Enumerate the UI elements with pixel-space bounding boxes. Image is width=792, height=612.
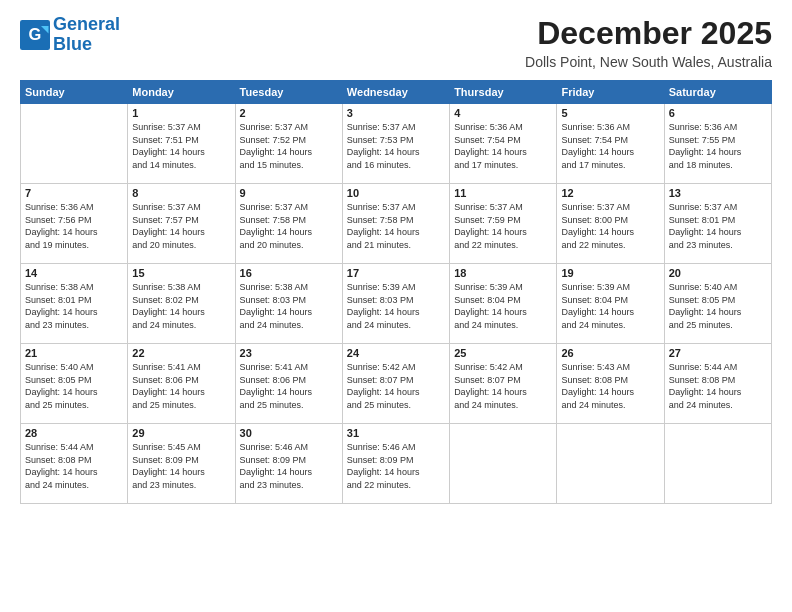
calendar-cell-w3-d3: 17Sunrise: 5:39 AMSunset: 8:03 PMDayligh…: [342, 264, 449, 344]
day-info: Sunrise: 5:40 AMSunset: 8:05 PMDaylight:…: [25, 361, 123, 411]
calendar-cell-w2-d6: 13Sunrise: 5:37 AMSunset: 8:01 PMDayligh…: [664, 184, 771, 264]
day-number: 19: [561, 267, 659, 279]
day-number: 22: [132, 347, 230, 359]
page: G General Blue December 2025 Dolls Point…: [0, 0, 792, 612]
day-number: 20: [669, 267, 767, 279]
calendar-cell-w3-d4: 18Sunrise: 5:39 AMSunset: 8:04 PMDayligh…: [450, 264, 557, 344]
day-info: Sunrise: 5:46 AMSunset: 8:09 PMDaylight:…: [347, 441, 445, 491]
calendar-cell-w3-d1: 15Sunrise: 5:38 AMSunset: 8:02 PMDayligh…: [128, 264, 235, 344]
day-number: 18: [454, 267, 552, 279]
calendar-cell-w1-d0: [21, 104, 128, 184]
day-info: Sunrise: 5:40 AMSunset: 8:05 PMDaylight:…: [669, 281, 767, 331]
day-number: 31: [347, 427, 445, 439]
calendar-cell-w4-d3: 24Sunrise: 5:42 AMSunset: 8:07 PMDayligh…: [342, 344, 449, 424]
calendar-cell-w5-d6: [664, 424, 771, 504]
day-number: 6: [669, 107, 767, 119]
day-number: 13: [669, 187, 767, 199]
calendar-cell-w5-d2: 30Sunrise: 5:46 AMSunset: 8:09 PMDayligh…: [235, 424, 342, 504]
day-info: Sunrise: 5:37 AMSunset: 7:59 PMDaylight:…: [454, 201, 552, 251]
day-number: 10: [347, 187, 445, 199]
logo-line1: General: [53, 14, 120, 34]
calendar-cell-w4-d5: 26Sunrise: 5:43 AMSunset: 8:08 PMDayligh…: [557, 344, 664, 424]
calendar-cell-w5-d4: [450, 424, 557, 504]
day-number: 16: [240, 267, 338, 279]
day-number: 27: [669, 347, 767, 359]
day-info: Sunrise: 5:43 AMSunset: 8:08 PMDaylight:…: [561, 361, 659, 411]
calendar: Sunday Monday Tuesday Wednesday Thursday…: [20, 80, 772, 504]
calendar-cell-w2-d5: 12Sunrise: 5:37 AMSunset: 8:00 PMDayligh…: [557, 184, 664, 264]
calendar-cell-w2-d4: 11Sunrise: 5:37 AMSunset: 7:59 PMDayligh…: [450, 184, 557, 264]
day-info: Sunrise: 5:37 AMSunset: 7:53 PMDaylight:…: [347, 121, 445, 171]
week-row-4: 21Sunrise: 5:40 AMSunset: 8:05 PMDayligh…: [21, 344, 772, 424]
header-monday: Monday: [128, 81, 235, 104]
logo-text: General Blue: [53, 15, 120, 55]
day-info: Sunrise: 5:38 AMSunset: 8:01 PMDaylight:…: [25, 281, 123, 331]
day-info: Sunrise: 5:39 AMSunset: 8:03 PMDaylight:…: [347, 281, 445, 331]
day-number: 12: [561, 187, 659, 199]
week-row-5: 28Sunrise: 5:44 AMSunset: 8:08 PMDayligh…: [21, 424, 772, 504]
day-info: Sunrise: 5:46 AMSunset: 8:09 PMDaylight:…: [240, 441, 338, 491]
day-number: 15: [132, 267, 230, 279]
day-info: Sunrise: 5:39 AMSunset: 8:04 PMDaylight:…: [561, 281, 659, 331]
day-info: Sunrise: 5:37 AMSunset: 8:00 PMDaylight:…: [561, 201, 659, 251]
calendar-cell-w1-d2: 2Sunrise: 5:37 AMSunset: 7:52 PMDaylight…: [235, 104, 342, 184]
day-info: Sunrise: 5:36 AMSunset: 7:55 PMDaylight:…: [669, 121, 767, 171]
calendar-cell-w1-d4: 4Sunrise: 5:36 AMSunset: 7:54 PMDaylight…: [450, 104, 557, 184]
calendar-cell-w2-d3: 10Sunrise: 5:37 AMSunset: 7:58 PMDayligh…: [342, 184, 449, 264]
day-info: Sunrise: 5:38 AMSunset: 8:03 PMDaylight:…: [240, 281, 338, 331]
header-tuesday: Tuesday: [235, 81, 342, 104]
header-sunday: Sunday: [21, 81, 128, 104]
calendar-cell-w4-d2: 23Sunrise: 5:41 AMSunset: 8:06 PMDayligh…: [235, 344, 342, 424]
day-number: 1: [132, 107, 230, 119]
day-info: Sunrise: 5:44 AMSunset: 8:08 PMDaylight:…: [669, 361, 767, 411]
day-info: Sunrise: 5:37 AMSunset: 7:51 PMDaylight:…: [132, 121, 230, 171]
day-number: 21: [25, 347, 123, 359]
calendar-cell-w2-d1: 8Sunrise: 5:37 AMSunset: 7:57 PMDaylight…: [128, 184, 235, 264]
calendar-cell-w2-d2: 9Sunrise: 5:37 AMSunset: 7:58 PMDaylight…: [235, 184, 342, 264]
day-number: 8: [132, 187, 230, 199]
day-number: 24: [347, 347, 445, 359]
day-number: 9: [240, 187, 338, 199]
calendar-cell-w1-d5: 5Sunrise: 5:36 AMSunset: 7:54 PMDaylight…: [557, 104, 664, 184]
calendar-cell-w4-d1: 22Sunrise: 5:41 AMSunset: 8:06 PMDayligh…: [128, 344, 235, 424]
calendar-cell-w4-d0: 21Sunrise: 5:40 AMSunset: 8:05 PMDayligh…: [21, 344, 128, 424]
calendar-cell-w3-d0: 14Sunrise: 5:38 AMSunset: 8:01 PMDayligh…: [21, 264, 128, 344]
calendar-header-row: Sunday Monday Tuesday Wednesday Thursday…: [21, 81, 772, 104]
title-area: December 2025 Dolls Point, New South Wal…: [525, 15, 772, 70]
day-info: Sunrise: 5:37 AMSunset: 7:58 PMDaylight:…: [347, 201, 445, 251]
day-info: Sunrise: 5:37 AMSunset: 8:01 PMDaylight:…: [669, 201, 767, 251]
day-number: 29: [132, 427, 230, 439]
calendar-cell-w1-d1: 1Sunrise: 5:37 AMSunset: 7:51 PMDaylight…: [128, 104, 235, 184]
day-info: Sunrise: 5:37 AMSunset: 7:57 PMDaylight:…: [132, 201, 230, 251]
day-number: 3: [347, 107, 445, 119]
day-info: Sunrise: 5:37 AMSunset: 7:58 PMDaylight:…: [240, 201, 338, 251]
day-info: Sunrise: 5:42 AMSunset: 8:07 PMDaylight:…: [347, 361, 445, 411]
day-number: 30: [240, 427, 338, 439]
header-wednesday: Wednesday: [342, 81, 449, 104]
calendar-cell-w5-d3: 31Sunrise: 5:46 AMSunset: 8:09 PMDayligh…: [342, 424, 449, 504]
day-number: 26: [561, 347, 659, 359]
header-friday: Friday: [557, 81, 664, 104]
day-number: 17: [347, 267, 445, 279]
calendar-cell-w2-d0: 7Sunrise: 5:36 AMSunset: 7:56 PMDaylight…: [21, 184, 128, 264]
calendar-cell-w4-d4: 25Sunrise: 5:42 AMSunset: 8:07 PMDayligh…: [450, 344, 557, 424]
logo-line2: Blue: [53, 34, 92, 54]
day-number: 2: [240, 107, 338, 119]
day-number: 7: [25, 187, 123, 199]
day-number: 25: [454, 347, 552, 359]
day-number: 11: [454, 187, 552, 199]
header: G General Blue December 2025 Dolls Point…: [20, 15, 772, 70]
day-info: Sunrise: 5:41 AMSunset: 8:06 PMDaylight:…: [240, 361, 338, 411]
logo: G General Blue: [20, 15, 120, 55]
week-row-3: 14Sunrise: 5:38 AMSunset: 8:01 PMDayligh…: [21, 264, 772, 344]
day-info: Sunrise: 5:39 AMSunset: 8:04 PMDaylight:…: [454, 281, 552, 331]
day-number: 14: [25, 267, 123, 279]
week-row-1: 1Sunrise: 5:37 AMSunset: 7:51 PMDaylight…: [21, 104, 772, 184]
day-info: Sunrise: 5:45 AMSunset: 8:09 PMDaylight:…: [132, 441, 230, 491]
calendar-cell-w4-d6: 27Sunrise: 5:44 AMSunset: 8:08 PMDayligh…: [664, 344, 771, 424]
calendar-cell-w5-d1: 29Sunrise: 5:45 AMSunset: 8:09 PMDayligh…: [128, 424, 235, 504]
day-info: Sunrise: 5:44 AMSunset: 8:08 PMDaylight:…: [25, 441, 123, 491]
header-saturday: Saturday: [664, 81, 771, 104]
calendar-cell-w3-d2: 16Sunrise: 5:38 AMSunset: 8:03 PMDayligh…: [235, 264, 342, 344]
day-info: Sunrise: 5:41 AMSunset: 8:06 PMDaylight:…: [132, 361, 230, 411]
